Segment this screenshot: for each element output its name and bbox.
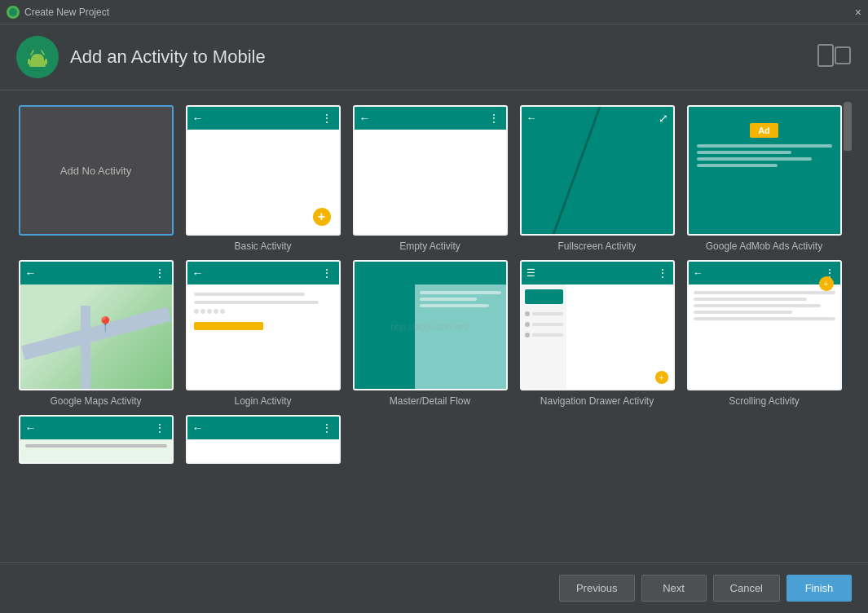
fab-icon: + — [313, 208, 331, 226]
navdrawer-label: Navigation Drawer Activity — [540, 395, 654, 407]
activity-card-settings[interactable]: ← ⋮ — [16, 415, 175, 469]
back-icon: ← — [359, 112, 371, 125]
basic-preview: ← ⋮ + — [186, 105, 341, 236]
title-bar-text: Create New Project — [24, 7, 855, 18]
nd-fab-icon: + — [655, 371, 668, 384]
admob-preview: Ad — [687, 105, 842, 236]
empty-label: Empty Activity — [399, 240, 460, 252]
activity-card-fullscreen[interactable]: ← ⤢ Fullscreen Activity — [518, 105, 676, 252]
no-activity-inner-label: Add No Activity — [60, 165, 131, 177]
svg-rect-4 — [45, 59, 47, 64]
previous-button[interactable]: Previous — [559, 575, 635, 602]
masterdetail-label: Master/Detail Flow — [390, 395, 470, 407]
tabbed-back-icon: ← — [192, 421, 204, 434]
activity-card-empty[interactable]: ← ⋮ Empty Activity — [350, 105, 509, 252]
activity-card-tabbed[interactable]: ← ⋮ — [183, 415, 342, 469]
navdrawer-preview: ☰ ⋮ — [520, 260, 675, 390]
maps-label: Google Maps Activity — [50, 395, 141, 407]
header-left: Add an Activity to Mobile — [16, 36, 266, 78]
more-icon: ⋮ — [321, 112, 334, 125]
fs-back-icon: ← — [527, 112, 537, 124]
sc-fab-icon: + — [819, 276, 834, 291]
activity-card-navdrawer[interactable]: ☰ ⋮ — [518, 260, 676, 407]
header: Add an Activity to Mobile — [0, 24, 868, 90]
svg-rect-5 — [33, 59, 36, 63]
back-icon: ← — [192, 112, 204, 125]
activity-grid: Add No Activity ← ⋮ + — [16, 99, 844, 475]
scrollbar-track[interactable] — [844, 99, 852, 554]
app-icon — [7, 6, 20, 19]
title-bar: Create New Project × — [0, 0, 868, 24]
more-icon: ⋮ — [488, 112, 501, 125]
activity-card-admob[interactable]: Ad Google AdMob Ads Activity — [685, 105, 844, 252]
svg-point-0 — [9, 8, 17, 16]
device-icon-group — [817, 44, 852, 70]
settings-back-icon: ← — [25, 421, 37, 434]
maps-preview: ← ⋮ 📍 — [19, 260, 174, 390]
tabbed-more-icon: ⋮ — [321, 421, 334, 434]
activity-card-login[interactable]: ← ⋮ — [183, 260, 342, 407]
settings-preview: ← ⋮ — [19, 415, 174, 464]
svg-rect-3 — [28, 59, 30, 64]
svg-rect-2 — [29, 60, 46, 67]
activity-card-maps[interactable]: ← ⋮ 📍 Google Maps Activity — [16, 260, 175, 407]
fullscreen-label: Fullscreen Activity — [557, 240, 636, 252]
basic-label: Basic Activity — [234, 240, 291, 252]
no-activity-preview: Add No Activity — [19, 105, 174, 236]
maps-back-icon: ← — [25, 267, 37, 280]
page-title: Add an Activity to Mobile — [70, 46, 266, 68]
admob-label: Google AdMob Ads Activity — [706, 240, 822, 252]
svg-rect-6 — [39, 59, 42, 63]
next-button[interactable]: Next — [641, 575, 707, 602]
nd-menu-icon: ☰ — [527, 267, 535, 279]
svg-rect-10 — [835, 47, 850, 64]
close-button[interactable]: × — [855, 7, 861, 18]
tabbed-preview: ← ⋮ — [186, 415, 341, 464]
settings-more-icon: ⋮ — [154, 421, 167, 434]
finish-button[interactable]: Finish — [786, 575, 852, 602]
login-preview: ← ⋮ — [186, 260, 341, 390]
cancel-button[interactable]: Cancel — [713, 575, 780, 602]
sc-back-icon: ← — [694, 267, 703, 279]
fs-expand-icon: ⤢ — [659, 112, 668, 125]
maps-more-icon: ⋮ — [154, 267, 167, 280]
activity-card-scrolling[interactable]: ← ⋮ + Scrolling Activity — [685, 260, 844, 407]
map-pin-icon: 📍 — [96, 315, 114, 333]
activity-card-no-activity[interactable]: Add No Activity — [16, 105, 175, 252]
admob-badge: Ad — [750, 123, 778, 138]
masterdetail-preview — [353, 260, 508, 390]
empty-preview: ← ⋮ — [353, 105, 508, 236]
svg-rect-9 — [818, 45, 833, 66]
main-content: http://blog.csdn.net/ Add No Activity ← … — [0, 90, 868, 562]
scrolling-preview: ← ⋮ + — [687, 260, 842, 390]
scrollbar-thumb[interactable] — [844, 102, 852, 151]
login-more-icon: ⋮ — [321, 267, 334, 280]
nd-more-icon: ⋮ — [657, 267, 668, 280]
scrolling-label: Scrolling Activity — [729, 395, 800, 407]
android-logo — [16, 36, 59, 78]
login-back-icon: ← — [192, 267, 204, 280]
fullscreen-preview: ← ⤢ — [520, 105, 675, 236]
login-label: Login Activity — [234, 395, 291, 407]
footer: Previous Next Cancel Finish — [0, 562, 868, 613]
activity-card-masterdetail[interactable]: Master/Detail Flow — [350, 260, 509, 407]
activity-card-basic[interactable]: ← ⋮ + Basic Activity — [183, 105, 342, 252]
activity-grid-area[interactable]: http://blog.csdn.net/ Add No Activity ← … — [16, 99, 844, 554]
